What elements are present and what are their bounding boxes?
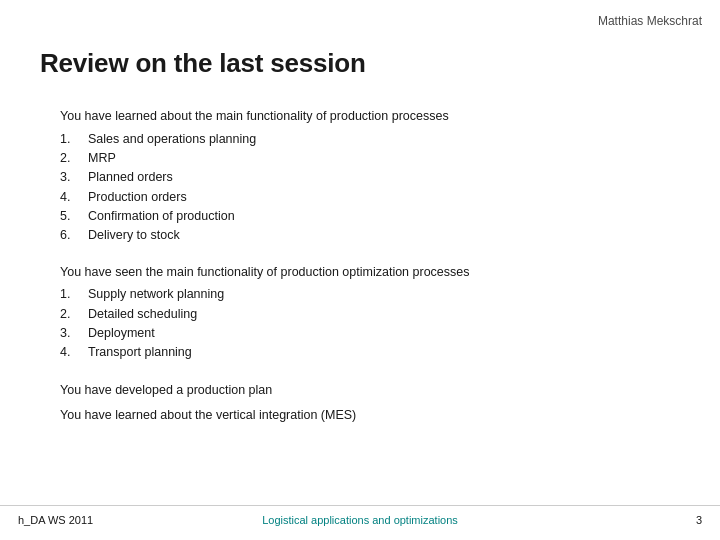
list-item: 3.Deployment: [60, 324, 680, 343]
footer-left: h_DA WS 2011: [18, 514, 189, 526]
section-2: You have seen the main functionality of …: [60, 264, 680, 363]
list-num: 2.: [60, 305, 88, 324]
list-num: 5.: [60, 207, 88, 226]
list-num: 3.: [60, 168, 88, 187]
standalone-text-2: You have learned about the vertical inte…: [60, 406, 680, 425]
content-area: You have learned about the main function…: [60, 108, 680, 432]
section2-list: 1.Supply network planning 2.Detailed sch…: [60, 285, 680, 363]
section2-intro: You have seen the main functionality of …: [60, 264, 680, 282]
list-text: Confirmation of production: [88, 207, 235, 226]
section1-list: 1.Sales and operations planning 2.MRP 3.…: [60, 130, 680, 246]
list-item: 4.Transport planning: [60, 343, 680, 362]
section-1: You have learned about the main function…: [60, 108, 680, 246]
list-item: 2.MRP: [60, 149, 680, 168]
list-item: 1.Sales and operations planning: [60, 130, 680, 149]
footer: h_DA WS 2011 Logistical applications and…: [0, 505, 720, 526]
section1-intro: You have learned about the main function…: [60, 108, 680, 126]
list-text: Sales and operations planning: [88, 130, 256, 149]
list-text: Planned orders: [88, 168, 173, 187]
standalone-text-1: You have developed a production plan: [60, 381, 680, 400]
footer-right: 3: [531, 514, 702, 526]
list-item: 6.Delivery to stock: [60, 226, 680, 245]
list-item: 4.Production orders: [60, 188, 680, 207]
list-num: 4.: [60, 343, 88, 362]
footer-center: Logistical applications and optimization…: [189, 514, 531, 526]
slide-title: Review on the last session: [40, 48, 366, 79]
slide: Matthias Mekschrat Review on the last se…: [0, 0, 720, 540]
list-text: Delivery to stock: [88, 226, 180, 245]
list-num: 3.: [60, 324, 88, 343]
list-item: 3.Planned orders: [60, 168, 680, 187]
list-text: MRP: [88, 149, 116, 168]
list-item: 5.Confirmation of production: [60, 207, 680, 226]
list-item: 1.Supply network planning: [60, 285, 680, 304]
list-text: Supply network planning: [88, 285, 224, 304]
list-text: Production orders: [88, 188, 187, 207]
list-num: 1.: [60, 130, 88, 149]
list-item: 2.Detailed scheduling: [60, 305, 680, 324]
list-text: Detailed scheduling: [88, 305, 197, 324]
list-num: 1.: [60, 285, 88, 304]
list-num: 4.: [60, 188, 88, 207]
list-text: Transport planning: [88, 343, 192, 362]
list-text: Deployment: [88, 324, 155, 343]
brand-label: Matthias Mekschrat: [598, 14, 702, 28]
list-num: 2.: [60, 149, 88, 168]
list-num: 6.: [60, 226, 88, 245]
